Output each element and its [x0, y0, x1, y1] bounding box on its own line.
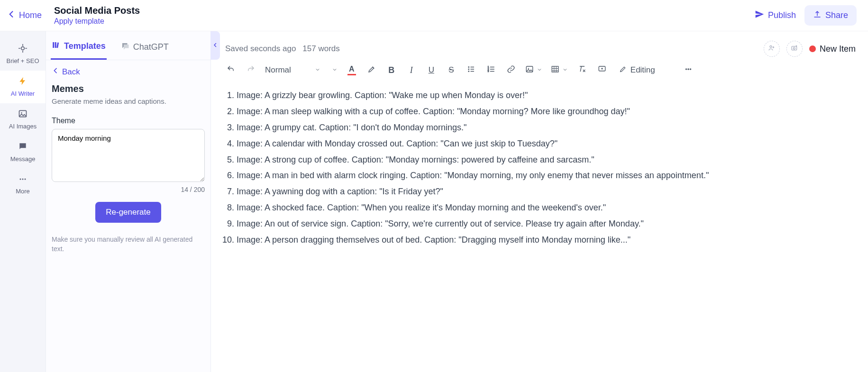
editor-content[interactable]: Image: A grizzly bear growling. Caption:… [211, 82, 868, 269]
panel-left: Templates ChatGPT Back Memes Generate me… [46, 31, 211, 372]
comment-icon [598, 65, 606, 75]
sidebar-item-label: Message [10, 156, 36, 163]
sidebar-item-label: Brief + SEO [7, 58, 39, 65]
tab-templates[interactable]: Templates [51, 37, 107, 60]
comment-button[interactable] [596, 64, 608, 76]
bold-button[interactable]: B [386, 64, 397, 76]
theme-label: Theme [52, 117, 205, 125]
panel-tabs: Templates ChatGPT [46, 31, 210, 60]
message-icon [18, 142, 27, 156]
list-item: Image: A strong cup of coffee. Caption: … [237, 154, 856, 167]
toolbar: Normal A B I U S 123 [211, 61, 868, 82]
highlight-icon [367, 65, 376, 75]
link-icon [507, 65, 515, 75]
align-select[interactable] [329, 66, 338, 74]
add-media-button[interactable] [786, 41, 803, 57]
link-button[interactable] [505, 64, 517, 76]
sidebar-item-brief-seo[interactable]: Brief + SEO [0, 38, 46, 71]
camera-plus-icon [791, 44, 798, 54]
svg-point-9 [770, 45, 772, 47]
title-block: Social Media Posts Apply template [54, 5, 140, 26]
new-item-status[interactable]: New Item [809, 44, 856, 54]
back-label: Back [62, 67, 80, 77]
ordered-list-icon: 123 [487, 65, 495, 75]
table-insert-select[interactable] [551, 65, 568, 75]
bolt-icon [18, 76, 27, 91]
more-icon [684, 65, 693, 75]
bullet-list-icon [467, 65, 475, 75]
bullet-list-button[interactable] [466, 64, 477, 76]
editor-top: Saved seconds ago 157 words New Item [211, 31, 868, 61]
section-desc: Generate meme ideas and captions. [52, 97, 205, 105]
main: Brief + SEO AI Writer AI Images Message … [0, 31, 868, 372]
chevron-left-icon [7, 9, 16, 21]
chat-icon [121, 42, 129, 53]
send-icon [755, 9, 764, 21]
chevron-down-icon [537, 66, 542, 74]
mode-label: Editing [630, 65, 655, 75]
pencil-icon [619, 65, 627, 75]
ordered-list-button[interactable]: 123 [485, 64, 497, 76]
svg-rect-10 [792, 46, 797, 50]
tab-chatgpt[interactable]: ChatGPT [120, 37, 170, 60]
user-plus-icon [768, 44, 776, 54]
font-color-button[interactable]: A [346, 64, 357, 76]
regenerate-button[interactable]: Re-generate [95, 202, 161, 223]
chevron-left-icon [212, 41, 218, 50]
apply-template-link[interactable]: Apply template [54, 17, 140, 26]
image-insert-select[interactable] [525, 65, 542, 75]
underline-button[interactable]: U [426, 64, 437, 76]
svg-point-22 [685, 69, 687, 70]
chevron-down-icon [332, 66, 338, 74]
char-count: 14 / 200 [52, 186, 205, 193]
svg-rect-8 [56, 43, 59, 48]
undo-button[interactable] [225, 64, 237, 76]
sidebar-item-message[interactable]: Message [0, 136, 46, 169]
mode-select[interactable]: Editing [619, 65, 674, 75]
chevron-left-icon [52, 67, 59, 77]
redo-button[interactable] [245, 64, 256, 76]
font-color-icon: A [347, 65, 356, 75]
back-link[interactable]: Back [52, 67, 205, 77]
theme-input[interactable] [52, 129, 205, 182]
sidebar-item-more[interactable]: More [0, 169, 46, 201]
svg-text:3: 3 [487, 70, 489, 73]
svg-point-2 [21, 112, 22, 114]
sidebar-item-ai-images[interactable]: AI Images [0, 103, 46, 136]
paragraph-style-select[interactable]: Normal [265, 65, 320, 75]
share-label: Share [825, 10, 848, 20]
publish-label: Publish [768, 10, 796, 20]
new-item-label: New Item [820, 44, 856, 54]
add-user-button[interactable] [764, 41, 780, 57]
top-actions: Publish Share [755, 5, 857, 26]
panel-collapse-button[interactable] [210, 31, 220, 60]
publish-button[interactable]: Publish [755, 9, 796, 21]
strike-button[interactable]: S [446, 64, 457, 76]
image-icon [525, 65, 534, 75]
home-link[interactable]: Home [7, 9, 42, 21]
editor: Saved seconds ago 157 words New Item Nor… [211, 31, 868, 372]
section-title: Memes [52, 83, 205, 94]
more-toolbar-button[interactable] [683, 64, 694, 76]
sidebar-item-label: AI Images [9, 123, 37, 130]
italic-icon: I [410, 65, 413, 75]
list-item: Image: A person dragging themselves out … [237, 234, 856, 247]
topbar: Home Social Media Posts Apply template P… [0, 0, 868, 31]
list-item: Image: A shocked face. Caption: "When yo… [237, 201, 856, 215]
italic-button[interactable]: I [406, 64, 417, 76]
sidebar-item-ai-writer[interactable]: AI Writer [0, 71, 46, 103]
svg-point-5 [25, 178, 26, 180]
list-item: Image: A man in bed with alarm clock rin… [237, 169, 856, 182]
svg-point-24 [690, 69, 691, 70]
more-icon [18, 174, 27, 189]
clear-format-icon [578, 65, 586, 75]
status-dot-icon [809, 45, 816, 52]
table-icon [551, 65, 559, 75]
paragraph-style-label: Normal [265, 65, 291, 75]
share-button[interactable]: Share [804, 5, 857, 26]
clear-format-button[interactable] [576, 64, 588, 76]
tab-label: ChatGPT [133, 42, 169, 52]
panel-body: Back Memes Generate meme ideas and capti… [46, 60, 210, 263]
highlight-button[interactable] [366, 64, 377, 76]
list-item: Image: A yawning dog with a caption: "Is… [237, 185, 856, 199]
